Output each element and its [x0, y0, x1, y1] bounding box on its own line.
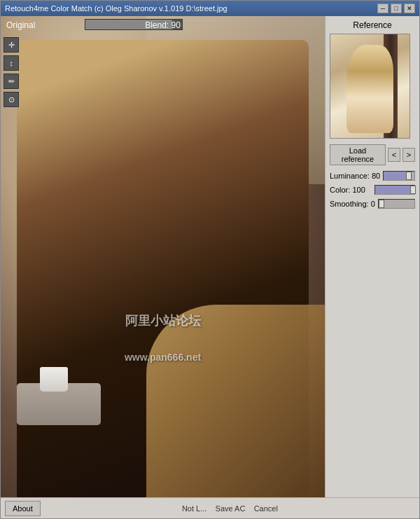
minimize-button[interactable]: ─ — [377, 4, 388, 13]
original-label: Original — [6, 20, 35, 30]
smoothing-label: Smoothing: 0 — [330, 200, 375, 208]
nav-prev-button[interactable]: < — [388, 148, 400, 162]
controls-area: Load reference < > Luminance: 80 — [330, 144, 415, 493]
about-button[interactable]: About — [5, 501, 41, 516]
load-reference-button[interactable]: Load reference — [330, 144, 386, 165]
luminance-label: Luminance: 80 — [330, 172, 380, 180]
close-button[interactable]: ✕ — [404, 4, 415, 13]
nav-next-button[interactable]: > — [402, 148, 415, 162]
reference-thumbnail — [330, 34, 410, 139]
color-row: Color: 100 — [330, 185, 415, 195]
color-slider[interactable] — [374, 185, 415, 195]
load-reference-row: Load reference < > — [330, 144, 415, 165]
tool-other[interactable]: ⊙ — [4, 92, 19, 107]
app-window: Retouch4me Color Match (c) Oleg Sharonov… — [0, 0, 420, 519]
main-content: Original Blend: 90 ✛ ↕ ✏ ⊙ — [1, 16, 419, 497]
luminance-slider[interactable] — [383, 171, 415, 181]
status-text: Not L... Save AC Cancel — [45, 504, 415, 513]
watermark-line2: www.pan666.net — [125, 352, 201, 363]
maximize-button[interactable]: □ — [391, 4, 402, 13]
cup-shape — [40, 367, 68, 392]
smoothing-row: Smoothing: 0 — [330, 199, 415, 209]
bottom-bar: About Not L... Save AC Cancel — [1, 497, 419, 518]
tool-zoom[interactable]: ↕ — [4, 55, 19, 71]
luminance-row: Luminance: 80 — [330, 171, 415, 181]
title-bar: Retouch4me Color Match (c) Oleg Sharonov… — [1, 1, 419, 16]
foreground-element — [146, 305, 325, 497]
left-toolbar: ✛ ↕ ✏ ⊙ — [4, 37, 19, 107]
reference-label: Reference — [330, 20, 415, 30]
main-image: 阿里小站论坛 www.pan666.net — [1, 16, 325, 497]
tool-brush[interactable]: ✏ — [4, 74, 19, 89]
window-title: Retouch4me Color Match (c) Oleg Sharonov… — [5, 4, 227, 13]
main-image-panel: Original Blend: 90 ✛ ↕ ✏ ⊙ — [1, 16, 325, 497]
tool-move[interactable]: ✛ — [4, 37, 19, 53]
blend-label: Blend: 90 — [145, 20, 181, 30]
smoothing-slider[interactable] — [378, 199, 415, 209]
ref-person — [346, 45, 394, 133]
watermark-line1: 阿里小站论坛 — [125, 312, 201, 329]
window-controls: ─ □ ✕ — [377, 4, 415, 13]
right-panel: Reference Load reference < > Luminan — [325, 16, 419, 497]
color-label: Color: 100 — [330, 186, 372, 194]
